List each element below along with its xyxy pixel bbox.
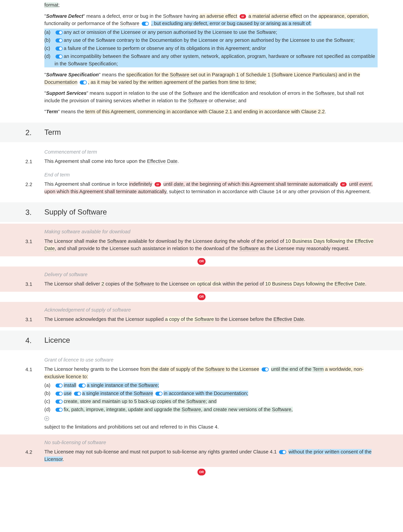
text: "	[44, 90, 46, 96]
text: The Licensor hereby grants to the Licens…	[44, 366, 140, 372]
toggle-icon[interactable]	[56, 47, 63, 51]
list-marker: (a)	[44, 382, 55, 389]
term-software: Software	[195, 317, 214, 322]
toggle-icon[interactable]	[56, 399, 63, 404]
term-documentation: Documentation	[214, 391, 247, 396]
text: a failure of the Licensee to perform or …	[64, 45, 266, 51]
term-documentation: Documentation	[44, 79, 77, 85]
text: .	[365, 281, 366, 286]
def-support-services: "Support Services" means support in rela…	[44, 89, 378, 104]
or-badge[interactable]: OR	[197, 469, 206, 475]
text: to the Licensee	[154, 281, 190, 286]
toggle-icon[interactable]	[56, 384, 63, 387]
text: until	[349, 181, 359, 187]
list-item: any use of the Software contrary to the …	[55, 37, 378, 44]
text: , as it may be varied by the written agr…	[88, 79, 256, 85]
toggle-icon[interactable]	[56, 38, 63, 43]
section-number: 3.	[25, 206, 44, 218]
clause-3-1-alt-b: Delivery of software 3.1 The Licensor sh…	[0, 266, 403, 292]
clause-text: The Licensee may not sub-license and mus…	[44, 448, 378, 463]
text: , subject to termination in accordance w…	[166, 189, 371, 194]
toggle-icon[interactable]	[155, 392, 163, 396]
term-software: Software	[163, 13, 182, 19]
def-software-specification: "Software Specification" means the speci…	[44, 71, 378, 86]
toggle-icon[interactable]	[56, 55, 63, 59]
toggle-icon[interactable]	[79, 384, 86, 387]
term-software: Software	[138, 382, 158, 388]
text: indefinitely	[129, 181, 152, 187]
list-marker: (b)	[44, 37, 55, 44]
toggle-icon[interactable]	[56, 31, 63, 35]
placeholder-event: event	[359, 181, 371, 187]
clause-text: The Licensor shall make the Software ava…	[44, 238, 378, 252]
text: a single instance of the	[82, 391, 134, 396]
text: and the identification and resolution of…	[202, 90, 315, 96]
list-item: an incompatibility between the Software …	[55, 53, 378, 67]
text: , and shall provide to the Licensee such…	[55, 246, 239, 251]
text: Supply of	[44, 208, 78, 216]
list-marker: (a)	[44, 29, 55, 36]
text: " means the	[58, 109, 85, 114]
list-marker: (d)	[44, 53, 55, 60]
term-software: Software	[78, 208, 107, 216]
toggle-icon[interactable]	[56, 408, 63, 412]
toggle-icon[interactable]	[80, 80, 87, 84]
clause-number: 3.1	[25, 280, 44, 288]
clause-3-1-alt-c: Acknowledgement of supply of software 3.…	[0, 302, 403, 327]
text: .	[177, 158, 179, 164]
clause-4-1: Grant of licence to use software 4.1 The…	[0, 352, 403, 434]
text: This Agreement shall continue in force	[44, 181, 129, 187]
or-badge[interactable]: or	[155, 182, 161, 187]
section-title: Supply of Software	[44, 208, 107, 216]
or-badge[interactable]: or	[239, 14, 246, 19]
clause-subtitle: Delivery of software	[44, 271, 378, 278]
def-term: "Term" means the term of this Agreement,…	[44, 108, 378, 115]
clause-subtitle: No sub-licensing of software	[44, 439, 378, 446]
text: appearance, operation,	[319, 13, 369, 19]
toggle-icon[interactable]	[56, 392, 63, 396]
text: in accordance with the	[164, 391, 214, 396]
or-badge[interactable]: or	[340, 182, 347, 187]
term-software: Software	[186, 399, 206, 404]
clause-text: The Licensor hereby grants to the Licens…	[44, 366, 378, 380]
defined-term: Software Defect	[46, 13, 83, 19]
text: ,	[291, 407, 293, 412]
or-badge[interactable]: OR	[197, 293, 206, 300]
text: " means support in relation to the use o…	[87, 90, 183, 96]
clause-number: 4.1	[25, 366, 44, 373]
clause-number: 2.2	[25, 180, 44, 188]
defined-term: Software Specification	[46, 72, 99, 77]
defined-term: Term	[46, 109, 58, 114]
toggle-icon[interactable]	[279, 450, 286, 454]
term-software: Software	[183, 90, 202, 96]
text: to the Licensee before the	[214, 317, 273, 322]
toggle-icon[interactable]	[142, 22, 149, 26]
text: "	[44, 13, 46, 19]
clause-2-2: This Agreement shall continue in force i…	[44, 180, 378, 195]
clause-3-1-alt-a: Making software available for download 3…	[0, 224, 403, 256]
text: an adverse effect	[200, 13, 237, 19]
clause-subtitle: Acknowledgement of supply of software	[44, 306, 378, 314]
clause-2-body: Commencement of term 2.1 This Agreement …	[0, 144, 403, 199]
term-software: Software	[205, 366, 225, 372]
text: ;	[58, 2, 60, 8]
list-marker: (c)	[44, 45, 55, 52]
term-software: Software	[188, 98, 207, 103]
text: , at the beginning of which this Agreeme…	[183, 181, 338, 187]
toggle-icon[interactable]	[262, 367, 269, 372]
term-software: Software	[107, 238, 126, 244]
clause-text: The Licensor shall deliver 2 copies of t…	[44, 280, 378, 288]
list-item: use a single instance of the Software in…	[55, 390, 378, 397]
text: create, store and maintain up to 5 back-…	[64, 399, 186, 404]
or-badge[interactable]: OR	[197, 258, 206, 265]
add-item-icon[interactable]	[44, 416, 49, 421]
text: ;	[247, 391, 248, 396]
clause-number: 3.1	[25, 316, 44, 323]
text: any act or omission of the Licensee or a…	[64, 29, 277, 35]
text: term of this Agreement, commencing in ac…	[85, 109, 325, 114]
clause-tail: subject to the limitations and prohibiti…	[44, 423, 378, 431]
list-marker: (d)	[44, 406, 55, 413]
text: a single instance of the	[87, 382, 138, 388]
toggle-icon[interactable]	[74, 392, 81, 396]
text: The Licensee may not sub-license and mus…	[44, 449, 278, 455]
